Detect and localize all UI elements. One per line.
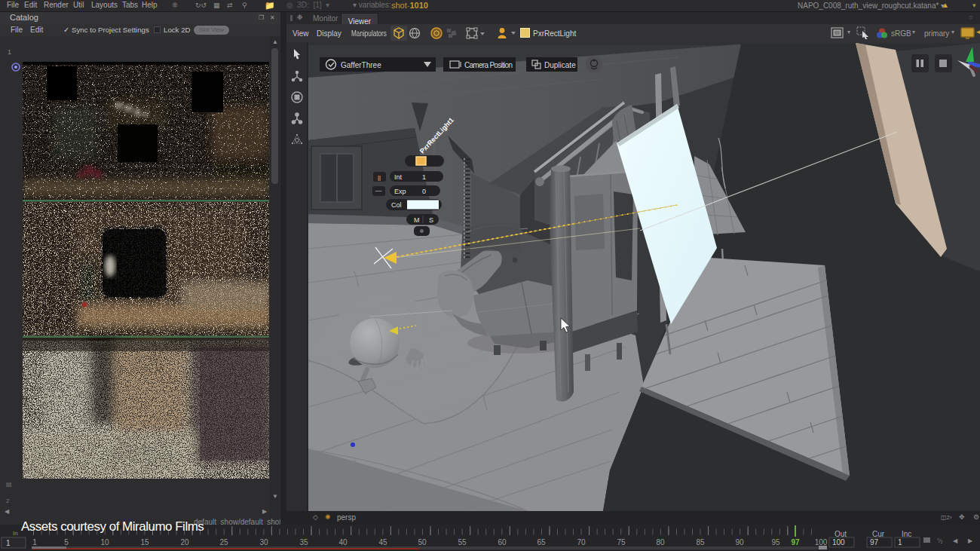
svg-text:M: M [414,216,420,224]
svg-text:85: 85 [696,538,705,546]
svg-text:65: 65 [537,538,546,546]
svg-text:—: — [375,187,382,194]
svg-text:40: 40 [338,538,348,546]
svg-text:100: 100 [815,538,828,546]
svg-text:1: 1 [898,538,902,546]
svg-text:97: 97 [870,538,879,546]
svg-text:1: 1 [32,538,37,546]
svg-text:°⁄₂: °⁄₂ [937,537,943,544]
svg-text:55: 55 [458,538,467,546]
svg-text:100: 100 [832,538,845,546]
svg-text:Duplicate: Duplicate [544,61,576,69]
svg-text:35: 35 [299,538,308,546]
svg-text:Camera Position: Camera Position [464,61,513,69]
svg-text:15: 15 [140,538,149,546]
svg-text:25: 25 [219,538,228,546]
svg-text:||: || [378,174,381,181]
svg-text:GafferThree: GafferThree [341,61,381,69]
svg-text:70: 70 [577,538,586,546]
svg-text:60: 60 [498,538,507,546]
svg-text:Exp: Exp [394,188,406,195]
svg-text:Int: Int [394,173,403,181]
svg-text:10: 10 [100,538,109,546]
svg-text:95: 95 [771,538,780,546]
svg-text:▶: ▶ [968,537,973,544]
svg-text:5: 5 [64,538,69,546]
svg-text:20: 20 [180,538,189,546]
svg-text:Inc: Inc [902,530,911,538]
svg-text:97: 97 [791,538,800,546]
svg-text:◀: ◀ [953,537,958,544]
svg-text:75: 75 [617,538,626,546]
svg-text:0: 0 [422,188,426,195]
svg-text:50: 50 [418,538,427,546]
svg-text:1: 1 [6,539,11,547]
svg-text:80: 80 [656,538,665,546]
svg-text:S: S [429,216,433,224]
svg-text:30: 30 [259,538,268,546]
svg-text:90: 90 [735,538,744,546]
svg-text:Cur: Cur [872,530,885,538]
svg-text:Col: Col [391,201,402,209]
svg-text:45: 45 [378,538,387,546]
svg-text:In: In [13,530,18,537]
svg-text:Out: Out [835,530,847,538]
svg-text:1: 1 [422,173,426,181]
